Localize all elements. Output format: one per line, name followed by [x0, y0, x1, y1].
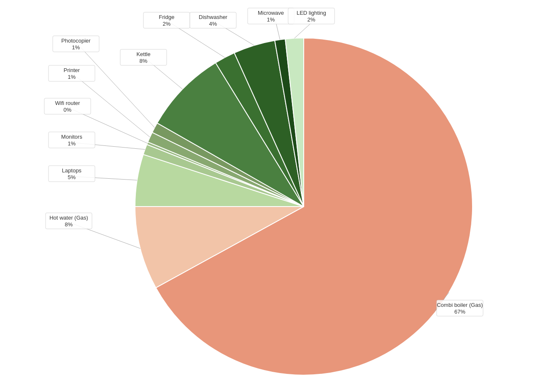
label-group-9: Dishwasher4%	[190, 12, 254, 46]
label-pct: 67%	[454, 309, 465, 315]
label-name: Wifi router	[55, 100, 80, 106]
label-name: Microwave	[258, 10, 284, 16]
label-pct: 8%	[65, 221, 73, 228]
label-pct: 0%	[64, 107, 72, 113]
label-group-10: Microwave1%	[248, 8, 294, 40]
label-pct: 1%	[68, 140, 76, 147]
label-pct: 5%	[68, 174, 76, 180]
label-name: Laptops	[62, 167, 82, 174]
label-group-11: LED lighting2%	[288, 8, 335, 38]
label-name: Dishwasher	[199, 14, 228, 20]
label-name: LED lighting	[297, 10, 326, 16]
label-group-2: Laptops5%	[49, 166, 137, 182]
label-pct: 1%	[68, 74, 76, 80]
label-pct: 2%	[163, 21, 171, 27]
chart-container: Combi boiler (Gas)67%Hot water (Gas)8%La…	[0, 0, 540, 392]
label-name: Combi boiler (Gas)	[437, 302, 483, 308]
label-group-7: Kettle8%	[120, 49, 183, 89]
label-name: Monitors	[61, 134, 82, 140]
label-name: Photocopier	[61, 38, 91, 44]
pie-chart: Combi boiler (Gas)67%Hot water (Gas)8%La…	[0, 0, 540, 392]
label-pct: 1%	[267, 16, 275, 23]
label-name: Fridge	[159, 14, 175, 20]
label-pct: 4%	[209, 21, 217, 27]
label-pct: 8%	[140, 58, 148, 64]
label-group-1: Hot water (Gas)8%	[46, 213, 140, 248]
label-name: Printer	[64, 67, 80, 73]
label-pct: 2%	[308, 16, 316, 23]
label-name: Kettle	[136, 51, 150, 57]
label-group-3: Monitors1%	[49, 132, 145, 150]
label-name: Hot water (Gas)	[49, 215, 88, 221]
label-pct: 1%	[72, 44, 80, 51]
